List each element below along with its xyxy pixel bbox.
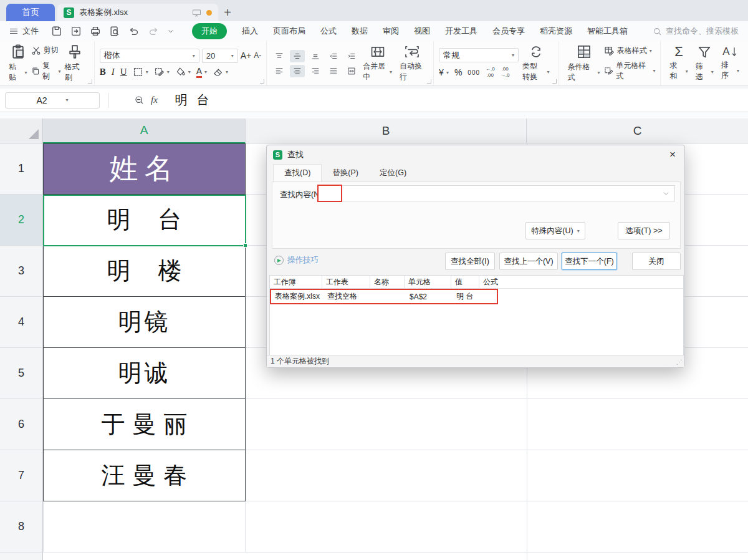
row-header-8[interactable]: 8 xyxy=(0,501,43,553)
menu-tab-developer[interactable]: 开发工具 xyxy=(445,26,477,37)
file-menu[interactable]: 文件 xyxy=(0,26,47,37)
formula-content[interactable]: 明 台 xyxy=(175,92,211,109)
sort-button[interactable]: A 排序▾ xyxy=(717,44,743,82)
find-previous-button[interactable]: 查找上一个(V) xyxy=(499,253,558,270)
wrap-text-button[interactable]: 自动换行 xyxy=(396,43,428,84)
conditional-format-button[interactable]: 条件格式▾ xyxy=(564,42,604,84)
resize-grip-icon[interactable]: ⋰ xyxy=(676,359,683,365)
merge-center-button[interactable]: 合并居中▾ xyxy=(359,43,396,84)
menu-tab-insert[interactable]: 插入 xyxy=(242,26,258,37)
fill-color-button[interactable]: ▾ xyxy=(175,67,191,77)
tab-find[interactable]: 查找(D) xyxy=(273,164,322,181)
command-search[interactable]: 查找命令、搜索模板 xyxy=(653,26,739,37)
menu-tab-member[interactable]: 会员专享 xyxy=(492,26,525,37)
menu-tab-data[interactable]: 数据 xyxy=(352,26,368,37)
column-header-c[interactable]: C xyxy=(527,118,748,143)
cut-button[interactable]: 剪切 xyxy=(31,45,61,56)
row-header-4[interactable]: 4 xyxy=(0,297,43,348)
dialog-launcher-icon[interactable] xyxy=(88,79,92,84)
row-header-2[interactable]: 2 xyxy=(0,195,43,246)
borders-button[interactable]: ▾ xyxy=(133,67,148,77)
increase-font-button[interactable]: A+ xyxy=(241,51,252,60)
type-convert-button[interactable]: 类型转换▾ xyxy=(519,43,553,84)
draw-border-button[interactable]: ▾ xyxy=(154,67,170,77)
result-row-highlighted[interactable]: 表格案例.xlsx 查找空格 $A$2 明 台 xyxy=(270,289,498,304)
tab-replace[interactable]: 替换(P) xyxy=(322,164,369,181)
percent-format-button[interactable]: % xyxy=(454,67,462,77)
menu-tab-review[interactable]: 审阅 xyxy=(383,26,399,37)
increase-decimal-button[interactable]: ←.0.00 xyxy=(486,66,495,78)
copy-button[interactable]: 复制▾ xyxy=(31,60,61,82)
column-header-a[interactable]: A xyxy=(43,118,246,143)
redo-icon[interactable] xyxy=(148,26,159,37)
home-tab[interactable]: 首页 xyxy=(6,4,55,21)
filter-button[interactable]: 筛选▾ xyxy=(692,43,717,84)
cell-a1[interactable]: 姓名 xyxy=(43,143,246,195)
row-header-5[interactable]: 5 xyxy=(0,348,43,399)
save-icon[interactable] xyxy=(51,26,62,37)
menu-tab-home[interactable]: 开始 xyxy=(192,23,227,39)
options-button[interactable]: 选项(T) >> xyxy=(618,222,670,239)
row-header-3[interactable]: 3 xyxy=(0,246,43,297)
toolbar-more-chevron-icon[interactable] xyxy=(167,27,175,35)
cell-a5[interactable]: 明诚 xyxy=(43,348,246,399)
distributed-button[interactable] xyxy=(344,65,359,77)
decrease-decimal-button[interactable]: .00→.0 xyxy=(501,66,510,78)
paste-button[interactable]: 粘贴▾ xyxy=(5,42,31,84)
print-preview-icon[interactable] xyxy=(109,26,120,37)
find-results-list[interactable]: 工作簿 工作表 名称 单元格 值 公式 表格案例.xlsx 查找空格 $A$2 … xyxy=(269,275,684,356)
new-tab-button[interactable]: + xyxy=(218,4,237,21)
align-right-button[interactable] xyxy=(308,65,323,77)
row-header-7[interactable]: 7 xyxy=(0,450,43,501)
cell-a8[interactable] xyxy=(43,501,246,553)
align-bottom-button[interactable] xyxy=(308,50,323,62)
find-dialog-titlebar[interactable]: S 查找 × xyxy=(267,145,684,164)
row-header-6[interactable]: 6 xyxy=(0,399,43,450)
currency-format-button[interactable]: ¥▾ xyxy=(439,67,449,77)
cell-a7[interactable]: 汪曼春 xyxy=(43,450,246,501)
find-what-combobox[interactable] xyxy=(319,185,675,201)
italic-button[interactable]: I xyxy=(112,67,115,77)
decrease-indent-button[interactable] xyxy=(326,50,341,62)
row-header-9[interactable] xyxy=(0,553,43,560)
sum-button[interactable]: Σ 求和▾ xyxy=(666,44,691,83)
fill-handle[interactable] xyxy=(243,243,247,248)
menu-tab-docer[interactable]: 稻壳资源 xyxy=(540,26,572,37)
dialog-launcher-icon[interactable] xyxy=(427,79,431,84)
menu-tab-smart-toolbox[interactable]: 智能工具箱 xyxy=(587,26,628,37)
align-left-button[interactable] xyxy=(272,65,287,77)
column-header-b[interactable]: B xyxy=(246,118,527,143)
font-size-select[interactable]: 20▾ xyxy=(202,49,238,63)
justify-button[interactable] xyxy=(326,65,341,77)
tips-link[interactable]: 操作技巧 xyxy=(274,255,319,266)
zoom-out-icon[interactable] xyxy=(134,95,145,105)
dialog-close-icon[interactable]: × xyxy=(667,148,678,161)
cell-a3[interactable]: 明 楼 xyxy=(43,246,246,297)
menu-tab-page-layout[interactable]: 页面布局 xyxy=(273,26,305,37)
dialog-launcher-icon[interactable] xyxy=(260,79,264,84)
underline-button[interactable]: U xyxy=(120,67,127,77)
align-middle-button[interactable] xyxy=(290,50,305,62)
table-style-button[interactable]: 表格样式▾ xyxy=(604,46,656,56)
special-content-button[interactable]: 特殊内容(U) ▾ xyxy=(525,222,585,239)
increase-indent-button[interactable] xyxy=(344,50,359,62)
eraser-button[interactable]: ▾ xyxy=(213,67,228,77)
find-next-button[interactable]: 查找下一个(F) xyxy=(562,253,617,270)
align-top-button[interactable] xyxy=(272,50,287,62)
insert-function-button[interactable]: fx xyxy=(151,95,158,105)
document-tab[interactable]: S 表格案例.xlsx xyxy=(57,4,218,21)
select-all-corner[interactable] xyxy=(0,118,43,143)
font-name-select[interactable]: 楷体▾ xyxy=(100,49,199,63)
export-icon[interactable] xyxy=(70,26,82,37)
dialog-launcher-icon[interactable] xyxy=(552,79,557,84)
name-box[interactable]: A2 ▾ xyxy=(5,92,100,109)
find-all-button[interactable]: 查找全部(I) xyxy=(445,253,495,270)
cell-a6[interactable]: 于曼丽 xyxy=(43,399,246,450)
menu-tab-view[interactable]: 视图 xyxy=(414,26,430,37)
menu-tab-formulas[interactable]: 公式 xyxy=(320,26,337,37)
undo-icon[interactable] xyxy=(128,26,140,37)
row-header-1[interactable]: 1 xyxy=(0,143,43,195)
tab-goto[interactable]: 定位(G) xyxy=(369,164,417,181)
format-painter-button[interactable]: 格式刷 xyxy=(61,42,89,84)
close-button[interactable]: 关闭 xyxy=(632,253,681,270)
